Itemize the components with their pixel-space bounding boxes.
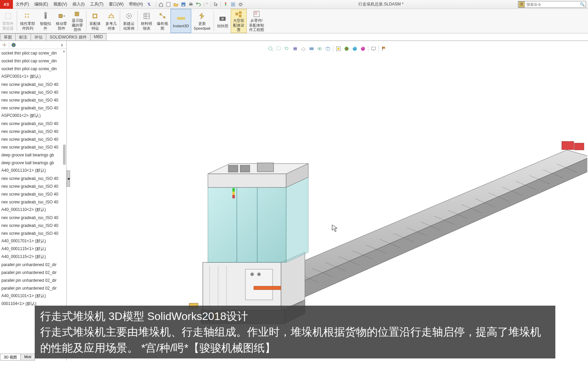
tree-item[interactable]: nex screw gradeab_iso_ISO 40 [0,221,66,229]
chevron-right-icon[interactable]: › [59,42,65,48]
tree-item[interactable]: nex screw gradeab_iso_ISO 40 [0,198,66,206]
ribbon-linear-pattern[interactable]: 线性零部 件阵列 [18,9,37,33]
tree-item[interactable]: A40_0001101<1> (默认) [0,292,66,300]
menu-window[interactable]: 窗口(W) [106,1,126,7]
ribbon-smart-fasteners[interactable]: 智能扣 件 [37,9,53,33]
search-sw-icon [519,1,525,7]
ribbon-make-drawing[interactable]: 从零件/ 装配体制 作工程图 [247,9,266,33]
tree-item[interactable]: ASPC0001<2> (默认) [0,112,66,120]
menu-view[interactable]: 视图(V) [51,1,70,7]
menu-insert[interactable]: 插入(I) [70,1,87,7]
ribbon-label: 大型装 配体设 置 [233,18,244,32]
svg-rect-27 [144,13,149,19]
app-logo: KS [0,0,13,9]
svg-rect-21 [75,12,79,16]
menu-file[interactable]: 文件(F) [13,1,32,7]
tree-item[interactable]: nex screw gradeab_iso_ISO 40 [0,174,66,182]
tree-item[interactable]: nex screw gradeab_iso_ISO 40 [0,104,66,112]
ribbon-instant3d[interactable]: Instant3D [170,9,191,33]
tree-item[interactable]: A40_0001115<2> (默认) [0,253,66,261]
tree-item[interactable]: deep groove ball bearings gb [0,159,66,167]
menu-edit[interactable]: 编辑(E) [32,1,51,7]
tab-3dview[interactable]: 3D 视图 [0,354,21,361]
undo-icon[interactable] [195,1,202,8]
ribbon-speedpak[interactable]: 更新 Speedpak [191,9,213,33]
svg-rect-3 [189,4,193,5]
svg-rect-100 [208,187,286,262]
print-icon[interactable] [187,1,194,8]
menu-help[interactable]: 帮助(H) [126,1,146,7]
tree-item[interactable]: nex screw gradeab_iso_ISO 40 [0,143,66,151]
ribbon-snapshot[interactable]: 拍快照 [215,9,231,33]
traffic-light-icon[interactable] [222,1,229,8]
svg-point-97 [250,273,254,276]
tree-item[interactable]: parallel pin unhardened 02_dir [0,261,66,269]
pin-icon[interactable] [146,1,152,8]
redo-icon[interactable] [202,1,209,8]
tree-item[interactable]: socket thin pilot cap screw_din [0,65,66,73]
search-input[interactable] [525,2,579,6]
tree-item[interactable]: parallel pin unhardened 02_dir [0,284,66,292]
tree-item[interactable]: socket thin pilot cap screw_din [0,49,66,57]
tree-item[interactable]: socket thin pilot cap screw_din [0,57,66,65]
menu-tools[interactable]: 工具(T) [87,1,106,7]
tree-item[interactable]: deep groove ball bearings gb [0,151,66,159]
ribbon-ref-geom[interactable]: 参考几 何体 [103,9,119,33]
ribbon-bom[interactable]: 材料明 细表 [138,9,154,33]
tree-item[interactable]: nex screw gradeab_iso_ISO 40 [0,88,66,96]
tree-item[interactable]: A40_0001110<2> (默认) [0,206,66,214]
ribbon-label: 显示隐 藏的零 部件 [72,18,83,32]
tree-item[interactable]: nex screw gradeab_iso_ISO 40 [0,96,66,104]
gear-icon[interactable] [237,1,244,8]
save-icon[interactable] [180,1,187,8]
search-icon[interactable]: 🔍 [579,2,586,7]
tree-item[interactable]: nex screw gradeab_iso_ISO 40 [0,229,66,237]
ribbon-new-motion[interactable]: 新建运 动算例 [121,9,137,33]
svg-point-5 [225,2,226,4]
open-icon[interactable] [173,1,179,8]
svg-rect-20 [59,14,62,18]
ribbon-label: 零部件 预览器 [2,21,14,30]
tree-item[interactable]: parallel pin unhardened 02_dir [0,276,66,284]
ribbon-exploded[interactable]: 爆炸视 图 [154,9,170,33]
tree-item[interactable]: nex screw gradeab_iso_ISO 40 [0,120,66,127]
svg-rect-38 [235,13,238,15]
svg-point-19 [44,12,47,15]
svg-rect-32 [163,16,165,18]
tab-sketch[interactable]: 草图 [0,33,16,41]
tree-item[interactable]: A40_0001110<1> (默认) [0,167,66,174]
scroll-up-icon[interactable]: ▲ [62,50,66,54]
tree-item[interactable]: nex screw gradeab_iso_ISO 40 [0,127,66,135]
tree-item[interactable]: nex screw gradeab_iso_ISO 40 [0,190,66,198]
home-icon[interactable] [158,1,164,8]
tab-evaluate[interactable]: 评估 [31,33,46,41]
ribbon-move-comp[interactable]: 移动零 部件 [53,9,69,33]
tree-item[interactable]: ASPC0001<1> (默认) [0,73,66,80]
tab-addins[interactable]: SOLIDWORKS 插件 [46,33,91,41]
svg-point-6 [225,4,226,5]
tab-annotation[interactable]: 标注 [15,33,31,41]
scroll-thumb[interactable] [63,144,66,165]
appearance-icon[interactable] [11,42,17,48]
search-box[interactable]: 🔍 [518,1,586,8]
tab-mbd[interactable]: MBD [90,33,107,41]
ribbon-label: 装配体 特征 [89,21,101,30]
tree-item[interactable]: A40_0001115<1> (默认) [0,245,66,253]
tree-item[interactable]: nex screw gradeab_iso_ISO 40 [0,135,66,143]
tree-item[interactable]: A40_0001701<1> (默认) [0,237,66,245]
tree-item[interactable]: parallel pin unhardened 02_dir [0,269,66,276]
ribbon-large-asm[interactable]: 大型装 配体设 置 [231,9,247,33]
list-icon[interactable] [230,1,236,8]
tree-item[interactable]: nex screw gradeab_iso_ISO 40 [0,80,66,88]
ribbon-asm-features[interactable]: 装配体 特征 [87,9,103,33]
tab-motion[interactable]: Moti [20,354,35,361]
origin-icon[interactable] [1,42,7,48]
tree-item[interactable]: nex screw gradeab_iso_ISO 40 [0,214,66,221]
ribbon-comp-preview: 零部件 预览器 [0,9,16,33]
svg-point-26 [128,15,130,17]
select-icon[interactable] [212,1,219,8]
ribbon-label: 线性零部 件阵列 [20,21,35,30]
new-icon[interactable] [165,1,172,8]
tree-item[interactable]: nex screw gradeab_iso_ISO 40 [0,182,66,190]
ribbon-show-hidden[interactable]: 显示隐 藏的零 部件 [69,9,85,33]
